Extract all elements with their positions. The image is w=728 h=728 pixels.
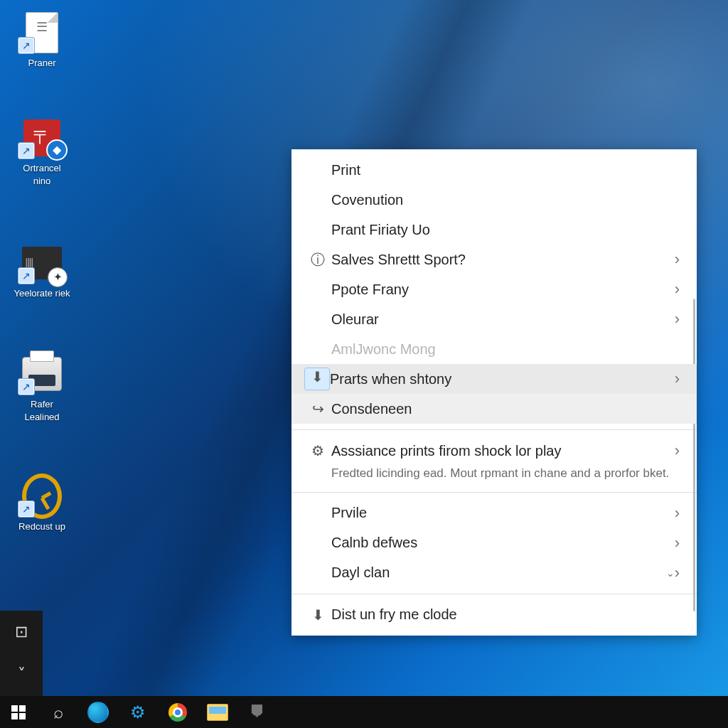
shortcut-badge-icon: ↗ bbox=[18, 267, 35, 284]
chevron-right-icon: › bbox=[675, 564, 684, 582]
shortcut-badge-icon: ↗ bbox=[18, 500, 35, 518]
menu-item-prarts[interactable]: ⬇ Prarts when shtony › bbox=[291, 364, 697, 394]
taskbar-app-settings[interactable]: ⚙ bbox=[122, 697, 154, 728]
chevron-right-icon: › bbox=[675, 250, 684, 269]
side-tile-1[interactable]: ⊡ bbox=[0, 611, 43, 653]
menu-separator bbox=[291, 492, 697, 493]
tool-dark-icon: |||| ✦ ↗ bbox=[22, 243, 62, 283]
desktop-icon-rafer[interactable]: ↗ Rafer Lealined bbox=[9, 354, 75, 423]
app-red-icon: 〒 ◆ ↗ bbox=[22, 118, 62, 158]
menu-item-pvile[interactable]: Prvile › bbox=[291, 498, 697, 528]
context-menu: Print Covenution Prant Firiaty Uo ⓘ Salv… bbox=[291, 149, 697, 636]
taskbar-app-explorer[interactable] bbox=[202, 697, 233, 728]
gear-icon: ⚙ bbox=[304, 442, 331, 459]
desktop-icon-label: Redcust up bbox=[18, 520, 65, 533]
taskbar-app-security[interactable]: ⛊ bbox=[242, 697, 273, 728]
desktop-icon-label: Rafer Lealined bbox=[24, 398, 59, 423]
side-panel: ⊡ ˅ bbox=[0, 611, 43, 696]
menu-item-dist[interactable]: ⬇ Dist un fry me clode bbox=[291, 600, 697, 630]
chrome-icon bbox=[168, 703, 187, 722]
menu-item-salves[interactable]: ⓘ Salves Shrettt Sport? › bbox=[291, 245, 697, 274]
chevron-right-icon: › bbox=[675, 441, 684, 460]
redo-arrow-icon: ↪ bbox=[304, 400, 331, 417]
menu-item-dayl[interactable]: Dayl clan ⌄ › bbox=[291, 558, 697, 588]
desktop-icon-ortrancel[interactable]: 〒 ◆ ↗ Ortrancel nino bbox=[9, 118, 75, 187]
menu-item-amijwonc: AmlJwonc Mong bbox=[291, 334, 697, 364]
desktop-icon-label: Yeelorate riek bbox=[14, 287, 70, 300]
menu-separator bbox=[291, 594, 697, 594]
chevrons-down-icon: ˅ bbox=[18, 665, 26, 684]
download-card-icon: ⬇ bbox=[304, 368, 330, 390]
taskbar-app-chrome[interactable] bbox=[162, 697, 193, 728]
chevron-right-icon: › bbox=[675, 504, 684, 523]
edge-icon bbox=[87, 702, 109, 723]
chevron-right-icon: › bbox=[675, 310, 684, 328]
sync-badge-icon: ◆ bbox=[46, 139, 68, 161]
search-icon: ⌕ bbox=[53, 702, 63, 722]
shortcut-badge-icon: ↗ bbox=[18, 142, 35, 159]
user-circle-icon: ⓘ bbox=[304, 250, 331, 269]
start-button[interactable] bbox=[3, 697, 34, 728]
desktop-icon-yeelorate[interactable]: |||| ✦ ↗ Yeelorate riek bbox=[9, 243, 75, 300]
shortcut-badge-icon: ↗ bbox=[18, 37, 35, 54]
menu-separator bbox=[291, 429, 697, 430]
menu-item-asssiance[interactable]: ⚙ Asssiance prints firom shock lor play … bbox=[291, 436, 697, 466]
chevron-down-icon: ⌄ bbox=[663, 567, 675, 579]
chevron-right-icon: › bbox=[675, 370, 684, 388]
desktop-icon-label: Ortrancel nino bbox=[23, 162, 60, 187]
printer-icon: ↗ bbox=[22, 354, 62, 394]
menu-item-prant-firiaty[interactable]: Prant Firiaty Uo bbox=[291, 215, 697, 245]
menu-item-ppote[interactable]: Ppote Frany › bbox=[291, 274, 697, 304]
taskbar-search-button[interactable]: ⌕ bbox=[43, 697, 74, 728]
desktop-icon-label: Praner bbox=[28, 57, 55, 70]
menu-item-calnb[interactable]: Calnb defwes › bbox=[291, 528, 697, 558]
taskbar-app-edge[interactable] bbox=[82, 697, 114, 728]
chevron-right-icon: › bbox=[675, 534, 684, 552]
shortcut-badge-icon: ↗ bbox=[18, 378, 35, 395]
download-icon: ⬇ bbox=[304, 606, 331, 623]
desktop-icon-redcust[interactable]: ↗ Redcust up bbox=[9, 476, 75, 533]
shield-icon: ⛊ bbox=[250, 703, 265, 722]
menu-item-oleurar[interactable]: Oleurar › bbox=[291, 304, 697, 334]
taskbar: ⌕ ⚙ ⛊ bbox=[0, 696, 728, 728]
menu-item-consdeneen[interactable]: ↪ Consdeneen bbox=[291, 394, 697, 424]
plus-badge-icon: ✦ bbox=[48, 267, 68, 287]
folder-icon bbox=[207, 704, 228, 721]
menu-item-asssiance-description: Fredted licinding ead. Mout rpmant in ch… bbox=[291, 466, 697, 486]
side-tile-2[interactable]: ˅ bbox=[0, 653, 43, 696]
menu-item-covenution[interactable]: Covenution bbox=[291, 185, 697, 215]
square-icon: ⊡ bbox=[15, 623, 28, 641]
windows-logo-icon bbox=[11, 705, 26, 719]
desktop-icon-praner[interactable]: ↗ Praner bbox=[9, 13, 75, 70]
document-icon: ↗ bbox=[22, 13, 62, 53]
clock-icon: ↗ bbox=[22, 476, 62, 516]
menu-item-print[interactable]: Print bbox=[291, 155, 697, 185]
gear-icon: ⚙ bbox=[130, 702, 146, 722]
chevron-right-icon: › bbox=[675, 280, 684, 299]
